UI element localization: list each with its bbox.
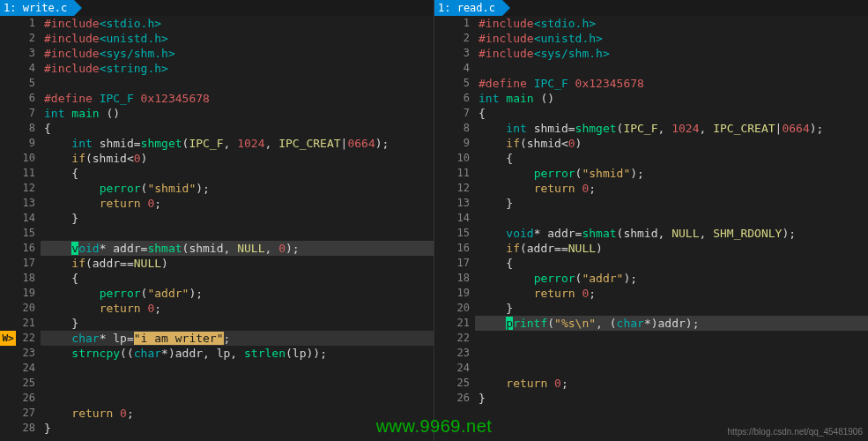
code-line[interactable]: #include<sys/shm.h> bbox=[475, 46, 868, 61]
line-number: 26 bbox=[450, 391, 475, 406]
code-line[interactable]: { bbox=[41, 271, 434, 286]
line-number: 4 bbox=[450, 61, 475, 76]
code-line[interactable]: if(addr==NULL) bbox=[475, 241, 868, 256]
tab-write-c[interactable]: 1: write.c bbox=[0, 0, 74, 16]
tab-label: 1: read.c bbox=[438, 0, 495, 16]
line-number: 11 bbox=[450, 166, 475, 181]
code-line[interactable] bbox=[41, 391, 434, 406]
line-number: 11 bbox=[16, 166, 41, 181]
code-line[interactable]: return 0; bbox=[475, 376, 868, 391]
line-number: 9 bbox=[16, 136, 41, 151]
code-line[interactable]: int main () bbox=[41, 106, 434, 121]
code-line[interactable] bbox=[41, 76, 434, 91]
code-right[interactable]: #include<stdio.h>#include<unistd.h>#incl… bbox=[475, 16, 868, 441]
code-area-right[interactable]: 1234567891011121314151617181920212223242… bbox=[434, 16, 868, 441]
code-line[interactable]: int shmid=shmget(IPC_F, 1024, IPC_CREAT|… bbox=[475, 121, 868, 136]
line-number: 9 bbox=[450, 136, 475, 151]
code-line[interactable]: { bbox=[475, 256, 868, 271]
code-line[interactable]: #include<stdio.h> bbox=[41, 16, 434, 31]
code-line[interactable]: } bbox=[475, 196, 868, 211]
line-number: 21 bbox=[16, 316, 41, 331]
line-number: 7 bbox=[16, 106, 41, 121]
code-line[interactable]: void* addr=shmat(shmid, NULL, SHM_RDONLY… bbox=[475, 226, 868, 241]
tab-bar-right: 1: read.c bbox=[434, 0, 868, 16]
code-line[interactable]: { bbox=[475, 106, 868, 121]
pane-left: 1: write.c 12345678910111213141516171819… bbox=[0, 0, 434, 441]
code-line[interactable]: char* lp="i am writer"; bbox=[41, 331, 434, 346]
code-line[interactable]: if(shmid<0) bbox=[41, 151, 434, 166]
code-line[interactable]: int main () bbox=[475, 91, 868, 106]
code-line[interactable]: { bbox=[41, 121, 434, 136]
line-number: 21 bbox=[450, 316, 475, 331]
code-line[interactable]: } bbox=[475, 391, 868, 406]
line-number: 24 bbox=[450, 361, 475, 376]
code-line[interactable]: { bbox=[41, 166, 434, 181]
code-line[interactable]: #include<unistd.h> bbox=[41, 31, 434, 46]
code-line[interactable]: return 0; bbox=[475, 181, 868, 196]
code-area-left[interactable]: 123456789101112131415161718192021W>22232… bbox=[0, 16, 434, 441]
code-line[interactable]: perror("shmid"); bbox=[41, 181, 434, 196]
line-number: 1 bbox=[16, 16, 41, 31]
code-line[interactable] bbox=[41, 226, 434, 241]
line-number: 19 bbox=[450, 286, 475, 301]
code-line[interactable]: return 0; bbox=[41, 301, 434, 316]
code-line[interactable]: perror("addr"); bbox=[475, 271, 868, 286]
code-line[interactable]: } bbox=[475, 301, 868, 316]
line-number: 6 bbox=[16, 91, 41, 106]
code-line[interactable]: return 0; bbox=[41, 196, 434, 211]
line-number: 27 bbox=[16, 406, 41, 421]
code-line[interactable]: } bbox=[41, 316, 434, 331]
code-line[interactable]: printf("%s\n", (char*)addr); bbox=[475, 316, 868, 331]
line-number: 4 bbox=[16, 61, 41, 76]
line-number: 17 bbox=[450, 256, 475, 271]
code-left[interactable]: #include<stdio.h>#include<unistd.h>#incl… bbox=[41, 16, 434, 441]
line-number: 3 bbox=[450, 46, 475, 61]
code-line[interactable]: return 0; bbox=[41, 406, 434, 421]
line-number: 25 bbox=[450, 376, 475, 391]
line-number: 1 bbox=[450, 16, 475, 31]
tab-read-c[interactable]: 1: read.c bbox=[434, 0, 502, 16]
line-number: 7 bbox=[450, 106, 475, 121]
code-line[interactable]: #include<string.h> bbox=[41, 61, 434, 76]
gutter-right: 1234567891011121314151617181920212223242… bbox=[434, 16, 475, 441]
code-line[interactable]: } bbox=[41, 211, 434, 226]
code-line[interactable]: int shmid=shmget(IPC_F, 1024, IPC_CREAT|… bbox=[41, 136, 434, 151]
line-number: 19 bbox=[16, 286, 41, 301]
line-number: 17 bbox=[16, 256, 41, 271]
code-line[interactable]: { bbox=[475, 151, 868, 166]
code-line[interactable]: #include<stdio.h> bbox=[475, 16, 868, 31]
code-line[interactable] bbox=[475, 61, 868, 76]
line-number: 8 bbox=[450, 121, 475, 136]
code-line[interactable]: strncpy((char*)addr, lp, strlen(lp)); bbox=[41, 346, 434, 361]
line-number: 8 bbox=[16, 121, 41, 136]
code-line[interactable]: if(shmid<0) bbox=[475, 136, 868, 151]
gutter-warning-icon[interactable]: W> bbox=[0, 331, 16, 346]
line-number: 14 bbox=[16, 211, 41, 226]
code-line[interactable]: #define IPC_F 0x12345678 bbox=[41, 91, 434, 106]
code-line[interactable] bbox=[475, 331, 868, 346]
line-number: 16 bbox=[450, 241, 475, 256]
line-number: 20 bbox=[16, 301, 41, 316]
line-number: 26 bbox=[16, 391, 41, 406]
code-line[interactable]: return 0; bbox=[475, 286, 868, 301]
code-line[interactable]: void* addr=shmat(shmid, NULL, 0); bbox=[41, 241, 434, 256]
code-line[interactable]: #include<sys/shm.h> bbox=[41, 46, 434, 61]
code-line[interactable]: #define IPC_F 0x12345678 bbox=[475, 76, 868, 91]
code-line[interactable]: } bbox=[41, 421, 434, 436]
code-line[interactable] bbox=[475, 346, 868, 361]
line-number: 20 bbox=[450, 301, 475, 316]
line-number: 2 bbox=[450, 31, 475, 46]
line-number: 23 bbox=[450, 346, 475, 361]
line-number: 18 bbox=[16, 271, 41, 286]
line-number: 12 bbox=[16, 181, 41, 196]
code-line[interactable] bbox=[41, 361, 434, 376]
code-line[interactable]: perror("shmid"); bbox=[475, 166, 868, 181]
code-line[interactable] bbox=[41, 376, 434, 391]
code-line[interactable] bbox=[475, 361, 868, 376]
line-number: 25 bbox=[16, 376, 41, 391]
code-line[interactable]: perror("addr"); bbox=[41, 286, 434, 301]
code-line[interactable] bbox=[475, 211, 868, 226]
code-line[interactable]: #include<unistd.h> bbox=[475, 31, 868, 46]
line-number: 3 bbox=[16, 46, 41, 61]
code-line[interactable]: if(addr==NULL) bbox=[41, 256, 434, 271]
